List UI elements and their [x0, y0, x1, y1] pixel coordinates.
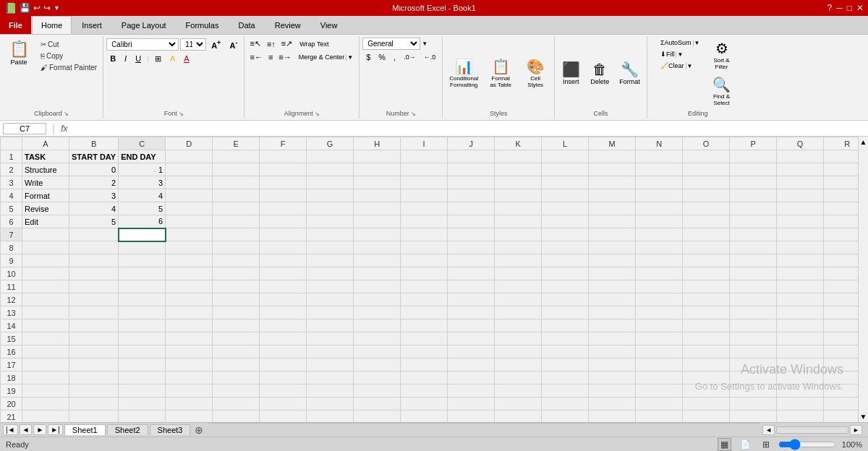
cell-A10[interactable]	[22, 267, 69, 280]
cell-F7[interactable]	[260, 228, 307, 241]
comma-button[interactable]: ,	[390, 51, 399, 63]
cell-B3[interactable]: 2	[69, 176, 119, 189]
scroll-down-arrow[interactable]: ▼	[859, 411, 868, 422]
cell-K14[interactable]	[495, 319, 542, 332]
help-icon[interactable]: ?	[827, 3, 833, 13]
cell-M18[interactable]	[589, 371, 636, 385]
cell-A6[interactable]: Edit	[22, 215, 69, 228]
col-header-A[interactable]: A	[22, 137, 69, 150]
cell-E4[interactable]	[213, 189, 260, 202]
cell-Q12[interactable]	[777, 293, 824, 306]
row-number-18[interactable]: 18	[1, 371, 22, 385]
row-number-11[interactable]: 11	[1, 280, 22, 293]
col-header-O[interactable]: O	[683, 137, 730, 150]
cell-E19[interactable]	[213, 385, 260, 398]
cell-B11[interactable]	[69, 280, 119, 293]
cell-M3[interactable]	[589, 176, 636, 189]
cell-K21[interactable]	[495, 411, 542, 423]
cell-D19[interactable]	[166, 385, 213, 398]
cell-P18[interactable]	[730, 371, 777, 385]
scroll-left-btn[interactable]: ◄	[762, 425, 775, 435]
cell-D3[interactable]	[166, 176, 213, 189]
cell-N2[interactable]	[636, 163, 683, 176]
cell-M1[interactable]	[589, 150, 636, 163]
cell-L3[interactable]	[542, 176, 589, 189]
cell-P7[interactable]	[730, 228, 777, 241]
bold-button[interactable]: B	[106, 53, 119, 64]
cell-O8[interactable]	[683, 241, 730, 254]
cell-D21[interactable]	[166, 411, 213, 423]
cell-E21[interactable]	[213, 411, 260, 423]
new-sheet-button[interactable]: ⊕	[192, 424, 206, 436]
align-right-button[interactable]: ≡→	[276, 51, 293, 63]
tab-data[interactable]: Data	[229, 16, 264, 34]
cell-B21[interactable]	[69, 411, 119, 423]
cell-I4[interactable]	[401, 189, 448, 202]
sheet-nav-next[interactable]: ►	[33, 424, 46, 435]
formula-input[interactable]	[71, 124, 866, 134]
cell-B8[interactable]	[69, 241, 119, 254]
cell-P19[interactable]	[730, 385, 777, 398]
align-center-button[interactable]: ≡	[266, 51, 275, 63]
cell-K11[interactable]	[495, 280, 542, 293]
delete-button[interactable]: 🗑 Delete	[587, 59, 613, 87]
cell-O12[interactable]	[683, 293, 730, 306]
cell-H5[interactable]	[354, 202, 401, 215]
cell-B20[interactable]	[69, 398, 119, 411]
cell-I5[interactable]	[401, 202, 448, 215]
col-header-Q[interactable]: Q	[777, 137, 824, 150]
cell-N15[interactable]	[636, 332, 683, 345]
cell-N19[interactable]	[636, 385, 683, 398]
align-left-button[interactable]: ≡←	[247, 51, 264, 63]
cell-M17[interactable]	[589, 358, 636, 371]
cell-B12[interactable]	[69, 293, 119, 306]
cell-L4[interactable]	[542, 189, 589, 202]
vertical-scrollbar[interactable]: ▲ ▼	[858, 137, 868, 422]
cell-H20[interactable]	[354, 398, 401, 411]
cell-R21[interactable]	[824, 411, 858, 423]
cell-L12[interactable]	[542, 293, 589, 306]
cell-O13[interactable]	[683, 306, 730, 319]
scroll-up-arrow[interactable]: ▲	[859, 137, 868, 147]
cell-G5[interactable]	[307, 202, 354, 215]
cell-B7[interactable]	[69, 228, 119, 241]
cell-R10[interactable]	[824, 267, 858, 280]
cell-A3[interactable]: Write	[22, 176, 69, 189]
cell-F13[interactable]	[260, 306, 307, 319]
cell-G1[interactable]	[307, 150, 354, 163]
cell-J19[interactable]	[448, 385, 495, 398]
cell-Q2[interactable]	[777, 163, 824, 176]
cell-B10[interactable]	[69, 267, 119, 280]
cell-E8[interactable]	[213, 241, 260, 254]
currency-button[interactable]: $	[362, 51, 374, 63]
cell-E15[interactable]	[213, 332, 260, 345]
align-top-left-button[interactable]: ≡↖	[247, 38, 263, 50]
cell-P1[interactable]	[730, 150, 777, 163]
cell-J8[interactable]	[448, 241, 495, 254]
cell-L10[interactable]	[542, 267, 589, 280]
align-top-right-button[interactable]: ≡↗	[279, 38, 294, 50]
cell-K7[interactable]	[495, 228, 542, 241]
cell-R16[interactable]	[824, 345, 858, 358]
cell-R20[interactable]	[824, 398, 858, 411]
cell-E13[interactable]	[213, 306, 260, 319]
row-number-4[interactable]: 4	[1, 189, 22, 202]
cell-P9[interactable]	[730, 254, 777, 267]
cell-E2[interactable]	[213, 163, 260, 176]
col-header-B[interactable]: B	[69, 137, 119, 150]
tab-file[interactable]: File	[0, 16, 31, 34]
cell-A13[interactable]	[22, 306, 69, 319]
format-button[interactable]: 🔧 Format	[616, 59, 644, 87]
cell-E6[interactable]	[213, 215, 260, 228]
cut-button[interactable]: ✂ Cut	[38, 39, 100, 50]
cell-F15[interactable]	[260, 332, 307, 345]
cell-D20[interactable]	[166, 398, 213, 411]
cell-N1[interactable]	[636, 150, 683, 163]
cell-J4[interactable]	[448, 189, 495, 202]
corner-cell[interactable]	[1, 137, 22, 150]
cell-L2[interactable]	[542, 163, 589, 176]
cell-H12[interactable]	[354, 293, 401, 306]
cell-I7[interactable]	[401, 228, 448, 241]
cell-H9[interactable]	[354, 254, 401, 267]
italic-button[interactable]: I	[121, 53, 130, 64]
